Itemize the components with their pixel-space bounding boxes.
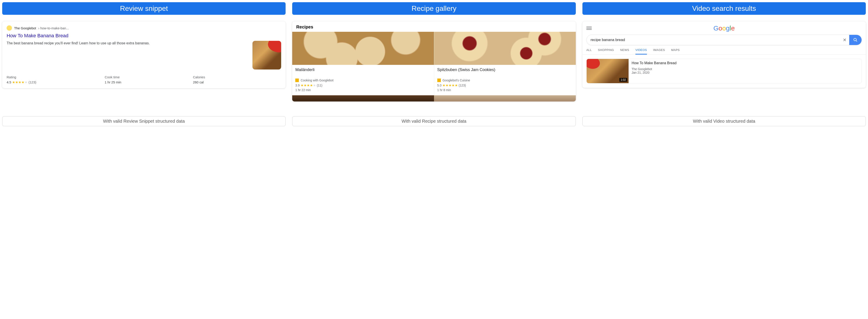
recipe-source: Googlebot's Cuisine (443, 78, 470, 82)
review-source-row: The Googlebot › how-to-make-ban... (7, 25, 281, 31)
header-video-results: Video search results (582, 2, 866, 15)
rating-value: 4.5 (7, 80, 11, 84)
caption-review: With valid Review Snippet structured dat… (2, 116, 286, 126)
tab-images[interactable]: IMAGES (653, 48, 665, 55)
review-result-card[interactable]: The Googlebot › how-to-make-ban... How T… (2, 22, 286, 88)
video-thumbnail: 1:02 (587, 59, 628, 83)
cooktime-label: Cook time (105, 75, 193, 79)
search-button[interactable] (849, 35, 862, 45)
recipe-source: Cooking with Googlebot (301, 78, 334, 82)
site-favicon (7, 25, 12, 31)
video-source: The Googlebot (632, 67, 677, 71)
review-thumbnail[interactable] (252, 41, 281, 70)
rating-label: Rating (7, 75, 105, 79)
recipe-source-chip (295, 78, 299, 82)
search-icon (853, 38, 858, 42)
calories-value: 260 cal (193, 80, 281, 84)
recipe-rating-value: 3.9 (295, 83, 300, 87)
review-stat-cooktime: Cook time 1 hr 25 min (105, 75, 193, 84)
search-tabs: ALL SHOPPING NEWS VIDEOS IMAGES MAPS (582, 45, 866, 55)
recipe-section-title: Recipes (292, 22, 576, 32)
calories-label: Calories (193, 75, 281, 79)
header-review-snippet: Review snippet (2, 2, 286, 15)
recipe-title: Mailänderli (295, 68, 431, 78)
rating-count: (123) (29, 80, 36, 84)
review-title-link[interactable]: How To Make Banana Bread (7, 33, 281, 39)
video-title: How To Make Banana Bread (632, 61, 677, 65)
tab-all[interactable]: ALL (586, 48, 592, 55)
cooktime-value: 1 hr 25 min (105, 80, 193, 84)
google-logo[interactable]: Google (592, 25, 857, 32)
column-recipe: Recipe gallery Recipes Mailänderli Cooki… (292, 2, 576, 126)
video-date: Jan 21, 2020 (632, 71, 677, 74)
recipe-cooktime: 1 hr 22 min (295, 88, 431, 92)
svg-point-0 (854, 38, 856, 41)
tab-maps[interactable]: MAPS (671, 48, 680, 55)
video-preview-area: Google ✕ ALL SHOPPING NEWS (582, 22, 866, 110)
video-search-card: Google ✕ ALL SHOPPING NEWS (582, 22, 866, 88)
tab-news[interactable]: NEWS (620, 48, 629, 55)
recipe-cooktime: 1 hr 8 min (437, 88, 573, 92)
review-site-name: The Googlebot (14, 26, 36, 30)
recipe-rating-value: 5.0 (437, 83, 441, 87)
recipe-title: Spitzbuben (Swiss Jam Cookies) (437, 68, 573, 78)
recipe-thumbnail (292, 32, 434, 65)
recipe-item[interactable]: Spitzbuben (Swiss Jam Cookies) Googlebot… (434, 32, 576, 95)
recipe-source-chip (437, 78, 441, 82)
recipe-item[interactable]: Mailänderli Cooking with Googlebot 3.9 ★… (292, 32, 434, 95)
review-description: The best banana bread recipe you'll ever… (7, 41, 249, 46)
search-input[interactable] (587, 38, 840, 42)
recipe-preview-area: Recipes Mailänderli Cooking with Googleb… (292, 22, 576, 110)
tab-shopping[interactable]: SHOPPING (598, 48, 614, 55)
recipe-gallery-card: Recipes Mailänderli Cooking with Googleb… (292, 22, 576, 102)
column-review: Review snippet The Googlebot › how-to-ma… (2, 2, 286, 126)
hamburger-menu-icon[interactable] (586, 27, 592, 30)
svg-line-1 (856, 41, 857, 42)
star-icons: ★★★★★ (12, 80, 28, 84)
star-icons: ★★★★★ (442, 83, 458, 87)
layout-columns: Review snippet The Googlebot › how-to-ma… (2, 2, 866, 126)
recipe-thumbnail (434, 32, 576, 65)
tab-videos[interactable]: VIDEOS (636, 48, 647, 55)
review-preview-area: The Googlebot › how-to-make-ban... How T… (2, 22, 286, 110)
review-stat-rating: Rating 4.5 ★★★★★ (123) (7, 75, 105, 84)
column-video: Video search results Google ✕ (582, 2, 866, 126)
recipe-overflow-peek (292, 95, 576, 102)
clear-icon[interactable]: ✕ (840, 37, 849, 43)
header-recipe-gallery: Recipe gallery (292, 2, 576, 15)
search-bar[interactable]: ✕ (586, 35, 862, 45)
review-breadcrumb: › how-to-make-ban... (38, 26, 69, 30)
recipe-rating-count: (123) (459, 83, 466, 87)
star-icons: ★★★★★ (301, 83, 316, 87)
review-stat-calories: Calories 260 cal (193, 75, 281, 84)
caption-recipe: With valid Recipe structured data (292, 116, 576, 126)
recipe-rating-count: (11) (317, 83, 322, 87)
caption-video: With valid Video structured data (582, 116, 866, 126)
video-result-item[interactable]: 1:02 How To Make Banana Bread The Google… (586, 59, 862, 83)
video-duration-badge: 1:02 (619, 78, 627, 82)
